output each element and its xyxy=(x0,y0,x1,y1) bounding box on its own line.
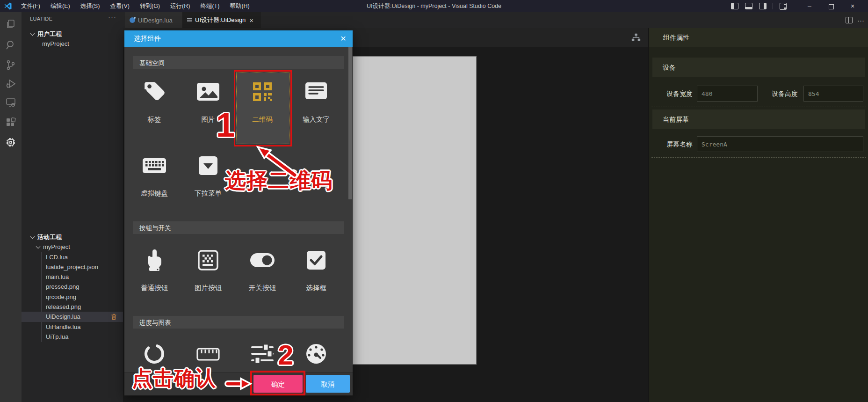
more-actions-icon[interactable]: ··· xyxy=(857,16,864,24)
tab-label: UiDesign.lua xyxy=(138,17,173,24)
toggle-panel-icon[interactable] xyxy=(745,3,752,9)
customize-layout-icon[interactable] xyxy=(780,3,787,10)
title-bar: 文件(F) 编辑(E) 选择(S) 查看(V) 转到(G) 运行(R) 终端(T… xyxy=(0,0,868,12)
component-item-gauge[interactable] xyxy=(289,341,343,367)
chevron-down-icon xyxy=(30,31,35,36)
editor-tab-bar: UiDesign.lua UI设计器:UiDesign × ··· xyxy=(123,12,868,28)
toggle-secondary-sidebar-icon[interactable] xyxy=(759,3,767,9)
tree-item-active-project[interactable]: 活动工程 xyxy=(22,232,123,242)
dialog-title: 选择组件 xyxy=(134,30,161,47)
vscode-window: 文件(F) 编辑(E) 选择(S) 查看(V) 转到(G) 运行(R) 终端(T… xyxy=(0,0,868,402)
tree-item-file[interactable]: pressed.png xyxy=(22,282,123,292)
screen-name-input[interactable] xyxy=(697,136,863,152)
close-tab-icon[interactable]: × xyxy=(249,16,253,24)
tab-ui-designer[interactable]: UI设计器:UiDesign × xyxy=(182,12,261,28)
toggle-sidebar-icon[interactable] xyxy=(731,3,738,9)
component-item-image[interactable]: 图片 xyxy=(181,79,235,124)
remote-explorer-icon[interactable] xyxy=(5,97,16,108)
menu-bar: 文件(F) 编辑(E) 选择(S) 查看(V) 转到(G) 运行(R) 终端(T… xyxy=(17,0,254,12)
tree-item-file[interactable]: UiTp.lua xyxy=(22,332,123,342)
split-editor-icon[interactable] xyxy=(846,17,853,23)
tree-item-file[interactable]: released.png xyxy=(22,302,123,312)
menu-edit[interactable]: 编辑(E) xyxy=(46,0,74,12)
menu-file[interactable]: 文件(F) xyxy=(17,0,44,12)
component-item-spinner[interactable] xyxy=(128,341,181,367)
close-window-button[interactable]: × xyxy=(842,0,863,12)
component-item-image-button[interactable]: 图片按钮 xyxy=(181,247,235,292)
checkbox-icon xyxy=(303,247,329,273)
menu-view[interactable]: 查看(V) xyxy=(106,0,134,12)
section-buttons-header: 按钮与开关 xyxy=(133,221,344,234)
annotation-box-qrcode xyxy=(234,70,292,146)
image-button-icon xyxy=(195,247,221,273)
maximize-button[interactable] xyxy=(820,0,842,12)
separator xyxy=(651,107,866,107)
component-item-tag[interactable]: 标签 xyxy=(128,79,181,124)
component-item-button[interactable]: 普通按钮 xyxy=(128,247,181,292)
screen-name-label: 屏幕名称 xyxy=(666,136,693,152)
user-project-tree: 用户工程 myProject xyxy=(22,29,123,49)
toggle-icon xyxy=(249,247,275,273)
component-item-sliders[interactable] xyxy=(236,341,289,367)
text-input-icon xyxy=(303,79,329,105)
tree-item-myproject-active[interactable]: myProject xyxy=(22,242,123,252)
luatide-chip-icon[interactable] xyxy=(5,137,16,148)
annotation-box-ok-button xyxy=(250,371,305,395)
menu-help[interactable]: 帮助(H) xyxy=(225,0,253,12)
chevron-down-icon xyxy=(36,244,41,249)
menu-selection[interactable]: 选择(S) xyxy=(76,0,104,12)
search-icon[interactable] xyxy=(5,39,16,51)
gauge-icon xyxy=(303,341,329,367)
properties-panel-header: 组件属性 xyxy=(649,28,868,47)
ui-designer-icon xyxy=(187,18,192,22)
dialog-scrollbar[interactable] xyxy=(348,47,352,199)
dialog-header: 选择组件 × xyxy=(124,30,353,47)
menu-run[interactable]: 运行(R) xyxy=(166,0,194,12)
spinner-icon xyxy=(141,341,167,367)
menu-terminal[interactable]: 终端(T) xyxy=(196,0,224,12)
tree-item-file[interactable]: luatide_project.json xyxy=(22,262,123,272)
run-debug-icon[interactable] xyxy=(5,78,16,89)
tree-item-user-project[interactable]: 用户工程 xyxy=(22,29,123,39)
explorer-icon[interactable] xyxy=(5,19,16,30)
close-dialog-icon[interactable]: × xyxy=(340,30,346,46)
dropdown-icon xyxy=(195,153,221,179)
window-controls: – × xyxy=(728,0,863,12)
sliders-icon xyxy=(249,341,275,367)
menu-go[interactable]: 转到(G) xyxy=(136,0,164,12)
component-item-dropdown[interactable]: 下拉菜单 xyxy=(181,153,235,198)
tree-item-myproject-user[interactable]: myProject xyxy=(22,39,123,49)
separator xyxy=(651,157,866,158)
tree-item-file[interactable]: qrcode.png xyxy=(22,292,123,302)
tab-uidesign-lua[interactable]: UiDesign.lua xyxy=(125,12,182,28)
component-item-toggle[interactable]: 开关按钮 xyxy=(236,247,289,292)
device-height-input[interactable] xyxy=(803,86,863,102)
vscode-logo-icon xyxy=(4,2,12,10)
device-screen-preview[interactable] xyxy=(353,56,477,365)
tree-item-file[interactable]: LCD.lua xyxy=(22,252,123,262)
editor-actions: ··· xyxy=(846,12,864,28)
more-actions-icon[interactable]: ··· xyxy=(108,13,116,21)
component-item-ruler[interactable] xyxy=(181,341,235,367)
component-item-checkbox[interactable]: 选择框 xyxy=(289,247,343,292)
tree-item-file[interactable]: main.lua xyxy=(22,272,123,282)
delete-file-icon[interactable] xyxy=(110,313,117,320)
tag-icon xyxy=(141,79,167,105)
device-section-header: 设备 xyxy=(652,58,865,77)
pointer-hand-icon xyxy=(141,247,167,273)
panel-title: 组件属性 xyxy=(663,34,689,41)
minimize-button[interactable]: – xyxy=(799,0,820,12)
dialog-footer: 确定 取消 xyxy=(124,372,353,395)
device-width-label: 设备宽度 xyxy=(666,86,693,102)
screen-section-header: 当前屏幕 xyxy=(652,110,865,129)
tree-item-file-selected[interactable]: UiDesign.lua xyxy=(22,312,123,322)
component-item-text-input[interactable]: 输入文字 xyxy=(289,79,343,124)
source-control-icon[interactable] xyxy=(5,59,16,71)
tree-item-file[interactable]: UiHandle.lua xyxy=(22,322,123,332)
divider xyxy=(773,3,773,9)
component-item-keyboard[interactable]: 虚拟键盘 xyxy=(128,153,181,198)
cancel-button[interactable]: 取消 xyxy=(306,375,350,393)
hierarchy-tree-icon[interactable] xyxy=(631,32,641,43)
extensions-icon[interactable] xyxy=(5,117,16,128)
device-width-input[interactable] xyxy=(697,86,758,102)
